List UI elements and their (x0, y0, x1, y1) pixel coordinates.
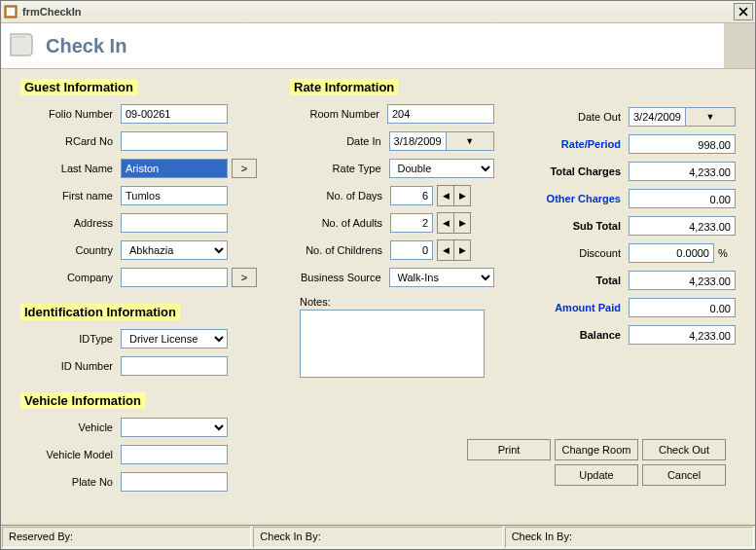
totalcharges-label: Total Charges (523, 165, 629, 177)
discount-suffix: % (718, 247, 728, 259)
balance-value: 4,233.00 (629, 325, 736, 345)
address-label: Address (20, 217, 121, 229)
rcard-input[interactable] (121, 131, 228, 151)
section-ident: Identification Information (20, 304, 180, 320)
rateperiod-label[interactable]: Rate/Period (523, 138, 629, 150)
status-reserved-by: Reserved By: (2, 527, 251, 548)
address-input[interactable] (121, 213, 228, 233)
days-label: No. of Days (290, 190, 390, 202)
dateout-label: Date Out (523, 111, 629, 123)
notes-textarea[interactable] (300, 310, 485, 378)
lastname-label: Last Name (20, 163, 121, 174)
amountpaid-label[interactable]: Amount Paid (523, 302, 629, 313)
vehicle-label: Vehicle (20, 422, 121, 433)
idtype-select[interactable]: Driver License (121, 329, 228, 348)
page-title: Check In (46, 35, 126, 57)
mid-column: Rate Information Room Number Date In 3/1… (290, 79, 494, 498)
firstname-input[interactable] (121, 186, 228, 205)
days-increment[interactable]: ▶ (453, 185, 471, 206)
datein-label: Date In (290, 135, 389, 147)
close-button[interactable] (734, 3, 753, 20)
chevron-down-icon: ▼ (446, 132, 493, 150)
idtype-label: IDType (20, 333, 121, 345)
othercharges-value: 0.00 (629, 189, 736, 208)
source-select[interactable]: Walk-Ins (389, 268, 494, 287)
subtotal-label: Sub Total (523, 220, 629, 232)
left-column: Guest Information Folio Number RCard No … (20, 79, 261, 498)
plate-input[interactable] (121, 472, 228, 492)
svg-rect-1 (7, 8, 15, 16)
total-label: Total (523, 275, 629, 286)
right-column: Date Out 3/24/2009 ▼ Rate/Period 998.00 … (523, 79, 736, 498)
children-increment[interactable]: ▶ (453, 239, 471, 261)
adults-label: No. of Adults (290, 217, 390, 229)
vehicle-model-label: Vehicle Model (20, 449, 121, 460)
source-label: Business Source (290, 272, 389, 283)
ratetype-label: Rate Type (290, 163, 389, 174)
amountpaid-value: 0.00 (629, 298, 736, 317)
window-title: frmCheckIn (22, 6, 734, 18)
header-decor (724, 23, 755, 68)
idnumber-label: ID Number (20, 360, 121, 372)
discount-input[interactable] (629, 243, 714, 263)
rcard-label: RCard No (20, 135, 121, 147)
lastname-input[interactable] (121, 159, 228, 178)
children-decrement[interactable]: ◀ (437, 239, 454, 261)
balance-label: Balance (523, 329, 629, 341)
children-label: No. of Childrens (290, 244, 390, 256)
company-input[interactable] (121, 268, 228, 287)
main-window: frmCheckIn Check In Guest Information Fo… (0, 0, 756, 550)
datein-picker[interactable]: 3/18/2009 ▼ (389, 131, 494, 151)
cancel-button[interactable]: Cancel (642, 464, 726, 486)
dateout-picker[interactable]: 3/24/2009 ▼ (629, 107, 736, 127)
checkin-icon (7, 30, 38, 61)
idnumber-input[interactable] (121, 356, 228, 376)
section-rate: Rate Information (290, 79, 398, 95)
vehicle-model-input[interactable] (121, 445, 228, 464)
update-button[interactable]: Update (555, 464, 638, 486)
notes-label: Notes: (300, 296, 494, 308)
folio-label: Folio Number (20, 108, 121, 120)
adults-input[interactable] (390, 213, 433, 233)
company-lookup-button[interactable]: > (232, 268, 257, 287)
check-out-button[interactable]: Check Out (642, 439, 726, 460)
totalcharges-value: 4,233.00 (629, 162, 736, 181)
datein-value: 3/18/2009 (390, 135, 446, 147)
rateperiod-value: 998.00 (629, 134, 736, 154)
dateout-value: 3/24/2009 (630, 111, 685, 123)
discount-label: Discount (523, 247, 629, 259)
adults-decrement[interactable]: ◀ (437, 212, 454, 234)
section-vehicle: Vehicle Information (20, 392, 145, 409)
close-icon (738, 7, 748, 17)
folio-input[interactable] (121, 104, 228, 124)
children-input[interactable] (390, 240, 433, 260)
adults-increment[interactable]: ▶ (453, 212, 471, 234)
section-guest: Guest Information (20, 79, 137, 95)
days-input[interactable] (390, 186, 433, 205)
titlebar: frmCheckIn (1, 1, 755, 23)
othercharges-label[interactable]: Other Charges (523, 193, 629, 204)
room-input[interactable] (387, 104, 494, 124)
plate-label: Plate No (20, 476, 121, 488)
status-checkin-by-2: Check In By: (505, 527, 754, 548)
firstname-label: First name (20, 190, 121, 202)
action-buttons: Print Change Room Check Out Update Cance… (467, 439, 726, 486)
total-value: 4,233.00 (629, 271, 736, 290)
subtotal-value: 4,233.00 (629, 216, 736, 236)
print-button[interactable]: Print (467, 439, 551, 460)
country-label: Country (20, 244, 121, 256)
status-bar: Reserved By: Check In By: Check In By: (1, 525, 755, 549)
form-body: Guest Information Folio Number RCard No … (1, 69, 755, 525)
company-label: Company (20, 272, 121, 283)
status-checkin-by-1: Check In By: (253, 527, 502, 548)
room-label: Room Number (290, 108, 387, 120)
vehicle-select[interactable] (121, 418, 228, 437)
chevron-down-icon: ▼ (685, 108, 735, 126)
app-icon (3, 4, 18, 19)
lastname-lookup-button[interactable]: > (232, 159, 257, 178)
ratetype-select[interactable]: Double (389, 159, 494, 178)
days-decrement[interactable]: ◀ (437, 185, 454, 206)
change-room-button[interactable]: Change Room (555, 439, 638, 460)
country-select[interactable]: Abkhazia (121, 240, 228, 260)
header-bar: Check In (1, 23, 755, 69)
